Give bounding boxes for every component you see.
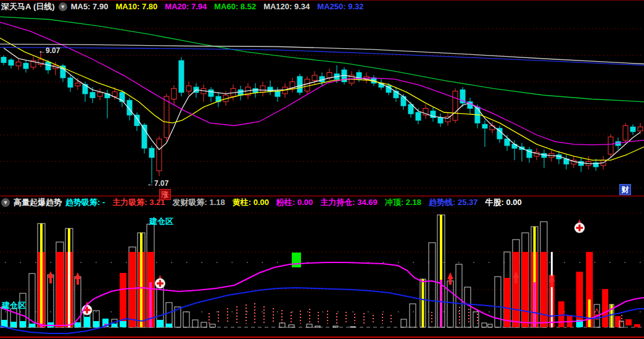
trading-app-window: ←9.07←7.07 建仓区建仓区 深天马А (日线) ▼ MA5: 7.90M… bbox=[0, 0, 644, 339]
indicator-field: 牛股: 0.00 bbox=[485, 198, 522, 207]
indicator-field: 发财吸筹: 1.18 bbox=[173, 198, 225, 207]
indicator-field: 主力吸筹: 3.21 bbox=[112, 198, 165, 207]
price-label: ←7.07 bbox=[147, 179, 169, 188]
chevron-down-icon[interactable]: ▼ bbox=[1, 198, 10, 207]
wealth-marker-badge: 财 bbox=[619, 184, 631, 195]
indicator-field: 冲顶: 2.18 bbox=[385, 198, 421, 207]
indicator-field: 趋势线: 25.37 bbox=[429, 198, 477, 207]
zone-label: 建仓区 bbox=[149, 217, 173, 226]
indicator-field: 趋势吸筹: - bbox=[65, 198, 105, 207]
rise-marker-badge: 涨 bbox=[159, 189, 171, 200]
indicator-legend: 趋势吸筹: -主力吸筹: 3.21发财吸筹: 1.18黄柱: 0.00粉柱: 0… bbox=[65, 197, 529, 208]
zone-label: 建仓区 bbox=[1, 301, 26, 310]
indicator-header: ▼ 高量起爆趋势 趋势吸筹: -主力吸筹: 3.21发财吸筹: 1.18黄柱: … bbox=[1, 196, 644, 207]
indicator-field: 黄柱: 0.00 bbox=[233, 198, 269, 207]
indicator-field: 粉柱: 0.00 bbox=[276, 198, 313, 207]
indicator-title: 高量起爆趋势 bbox=[14, 197, 62, 208]
main-candlestick-chart[interactable]: ←9.07←7.07 bbox=[0, 0, 644, 196]
indicator-panel-chart[interactable]: 建仓区建仓区 bbox=[0, 207, 644, 339]
price-label: ←9.07 bbox=[38, 46, 60, 55]
indicator-field: 主力持仓: 34.69 bbox=[320, 198, 377, 207]
